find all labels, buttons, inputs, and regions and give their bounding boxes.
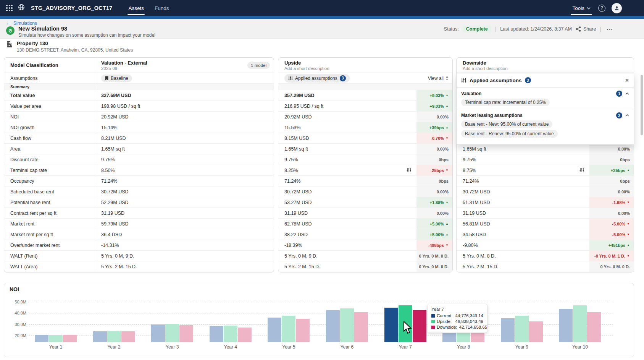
tooltip-year: Year 7 [431,307,483,311]
metric-value-upside: 8.15M USD [278,136,416,141]
page-scrollbar-thumb[interactable] [641,75,643,135]
current-bar[interactable] [93,331,107,342]
up-arrow-icon: ▲ [627,169,630,172]
upside-bar[interactable] [49,335,63,342]
delta-value: 0 Yrs. 0 M. 0 D. [419,264,449,269]
delta-value: 0.00% [437,190,449,194]
upside-bar[interactable] [107,331,121,342]
app-grid-icon[interactable] [6,5,13,11]
close-icon[interactable]: ✕ [625,78,629,83]
table-row: 71.24%0bps [278,176,452,186]
upside-bar[interactable] [282,316,295,342]
applied-count-badge: 3 [340,75,346,81]
panel-title: Applied assumptions [470,78,522,83]
table-row: 51.31M USD-1.88%▼ [457,197,634,208]
assumption-chip[interactable]: Terminal cap rate: Incremental of 0.25% [461,99,550,106]
edit-assumption-button[interactable] [407,167,411,173]
downside-bar[interactable] [529,321,543,342]
downside-bar[interactable] [238,328,252,342]
table-row: WALT (Area)5 Yrs. 2 M. 15 D. [4,261,274,272]
current-bar[interactable] [501,318,515,342]
more-options-button[interactable]: ⋯ [605,26,615,33]
downside-bar[interactable] [63,335,77,342]
sliders-icon[interactable] [407,167,411,172]
metric-value-upside: 15.53% [278,125,416,130]
metric-value-upside: 5 Yrs. 2 M. 15 D. [278,264,416,269]
baseline-chip[interactable]: Baseline [101,75,132,82]
upside-bar[interactable] [165,324,179,342]
current-bar[interactable] [35,335,48,342]
metric-value-downside: 30.72M USD [457,189,589,195]
divider: | [495,26,497,32]
current-bar[interactable] [384,308,398,342]
metric-value-base: 8.50% [95,165,274,175]
value-text: 30.72M USD [463,189,490,195]
upside-description-placeholder[interactable]: Add a short description [284,66,329,71]
downside-description-placeholder[interactable]: Add a short description [463,66,508,71]
chevron-up-icon[interactable] [625,114,629,117]
downside-bar[interactable] [587,312,601,342]
metric-value-base: 5 Yrs. 0 M. 9 D. [95,251,274,261]
globe-icon[interactable] [18,4,25,12]
metric-label: Scheduled base rent [4,186,95,197]
delta-value: -408bps [428,243,444,248]
value-text: -18.39% [284,243,302,248]
tab-funds[interactable]: Funds [149,0,174,16]
upside-bar[interactable] [340,308,354,342]
chevron-up-icon[interactable] [625,92,629,95]
property-name: Property 130 [17,41,133,46]
delta-value: -25bps [431,168,444,173]
current-bar[interactable] [268,318,281,342]
tab-assets[interactable]: Assets [123,0,149,16]
value-text: 5 Yrs. 2 M. 15 D. [101,264,137,269]
user-avatar[interactable] [612,3,622,13]
noi-chart-card: NOI 20.0M30.0M40.0M50.0MYear 1Year 2Year… [4,283,634,357]
downside-bar[interactable] [413,310,426,342]
applied-assumptions-chip[interactable]: Applied assumptions 3 [284,74,350,83]
current-bar[interactable] [210,326,223,342]
view-all-button[interactable]: View all [428,76,452,81]
assumption-chip[interactable]: Base rent - New: 95.00% of current value [461,120,552,128]
delta-value: 0.00% [437,211,449,216]
y-axis-tick: 30.0M [10,322,26,327]
share-button[interactable]: Share [576,26,596,32]
current-bar[interactable] [559,309,573,342]
value-text: -9.80% [463,243,478,248]
value-text: 71.24% [284,178,300,184]
table-row: WALT (Rent)5 Yrs. 0 M. 9 D. [4,251,274,261]
share-label: Share [583,26,596,32]
upside-bar[interactable] [573,305,587,342]
downside-bar[interactable] [296,319,310,342]
table-row: 38.22 USD+5.00%▲ [278,229,452,240]
upside-bar[interactable] [515,316,529,342]
breadcrumb[interactable]: ← Simulations [6,20,37,26]
downside-bar[interactable] [179,325,193,342]
metric-value-upside: 30.72M USD [278,189,416,195]
table-row: 5 Yrs. 2 M. 15 D.0 Yrs. 0 M. 0 D. [278,261,452,272]
sliders-icon [461,78,466,83]
metric-value-base: 15.14% [95,122,274,133]
edit-assumption-button[interactable] [579,167,584,173]
page-subtitle: Simulate how changes on some assumption … [18,32,155,38]
tools-menu-button[interactable]: Tools [571,0,592,16]
metric-value-base: 30.72M USD [95,186,274,197]
table-row: Area1.65M sq ft [4,144,274,154]
tooltip-series-value: 44,776,343.14 [455,313,483,318]
downside-bar[interactable] [121,331,135,342]
upside-bar[interactable] [224,326,237,342]
downside-bar[interactable] [354,312,368,342]
divider: | [600,26,601,32]
metric-value-downside: 5 Yrs. 2 M. 15 D. [457,264,589,269]
assumption-chip[interactable]: Base rent - Renew: 95.00% of current val… [461,130,558,138]
metric-value-upside: 8.25% [278,167,416,173]
tooltip-series-label: Current: [437,313,453,318]
current-bar[interactable] [151,324,165,342]
help-icon[interactable]: ? [598,5,605,12]
metric-value-base: 5 Yrs. 2 M. 15 D. [95,261,274,272]
y-axis-tick: 50.0M [10,300,26,304]
current-bar[interactable] [326,310,340,342]
sliders-icon [288,76,293,81]
bookmark-icon [105,76,108,81]
delta-badge: -1.88%▼ [589,197,634,208]
sliders-icon[interactable] [579,167,584,172]
